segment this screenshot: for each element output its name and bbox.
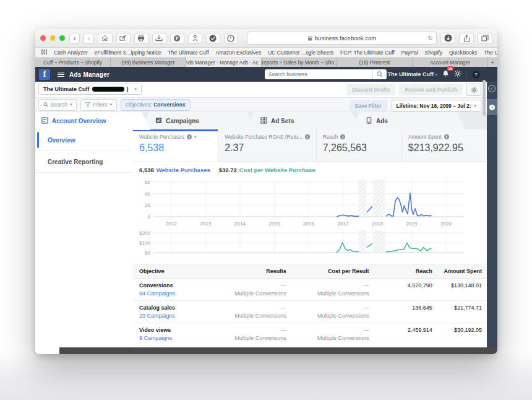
- search-input[interactable]: [265, 71, 372, 77]
- column-header[interactable]: Objective: [133, 264, 228, 279]
- facebook-logo-icon[interactable]: f: [39, 69, 50, 80]
- ad-account-selector[interactable]: The Ultimate Cuff ) ▾: [38, 84, 142, 95]
- minimize-window-button[interactable]: [50, 35, 56, 41]
- browser-tab[interactable]: (18) Pinterest: [337, 58, 413, 67]
- adsets-icon: [260, 117, 267, 125]
- svg-text:20: 20: [145, 202, 150, 208]
- performance-charts: 2012201320142015201620172018201920200204…: [133, 177, 487, 256]
- legend-item[interactable]: $32.72 Cost per Website Purchase: [219, 167, 315, 173]
- save-filter-button[interactable]: Save Filter: [350, 100, 387, 111]
- metric-card[interactable]: Reachi 7,265,563: [316, 129, 401, 162]
- help-button[interactable]: ?: [472, 71, 480, 79]
- bookmark-item[interactable]: Cash Analyzer: [54, 50, 88, 56]
- reload-icon[interactable]: ↻: [428, 35, 433, 41]
- column-header[interactable]: Reach: [388, 264, 437, 279]
- browser-tab[interactable]: (99) Business Manager: [111, 58, 186, 67]
- campaigns-link[interactable]: 9 Campaigns: [139, 335, 223, 341]
- pinterest-icon[interactable]: P: [170, 33, 184, 44]
- account-menu[interactable]: The Ultimate Cuff ▾: [387, 71, 437, 77]
- tab-account-overview[interactable]: Account Overview: [35, 112, 150, 130]
- recent-activity-button[interactable]: [487, 99, 497, 115]
- svg-text:2014: 2014: [234, 221, 246, 227]
- address-bar[interactable]: business.facebook.com ↻: [247, 32, 437, 45]
- table-row[interactable]: Video views9 Campaigns —Multiple Convers…: [133, 323, 487, 346]
- metric-value: 2.37: [225, 142, 310, 154]
- show-tabs-icon[interactable]: [478, 33, 492, 44]
- campaigns-link[interactable]: 84 Campaigns: [139, 290, 223, 297]
- forward-button[interactable]: ›: [84, 33, 94, 44]
- sidebar-item-creative-reporting[interactable]: Creative Reporting: [35, 151, 133, 173]
- bookmark-item[interactable]: The Ultimate Ideas: [484, 50, 497, 56]
- share-icon[interactable]: [459, 33, 474, 44]
- browser-tab[interactable]: Account Manager: [413, 58, 488, 67]
- collapse-chevron-icon[interactable]: ‹: [488, 85, 496, 92]
- bookmarks-grid-icon[interactable]: [41, 50, 47, 56]
- tab-ad-sets[interactable]: Ad Sets: [246, 112, 361, 130]
- table-row[interactable]: Catalog sales29 Campaigns —Multiple Conv…: [133, 301, 487, 323]
- metric-card[interactable]: Website Purchasesi▾ 6,538: [133, 129, 218, 162]
- purchases-chart[interactable]: 2012201320142015201620172018201920200204…: [133, 177, 477, 228]
- reach-value: 2,459,914: [388, 323, 437, 346]
- close-window-button[interactable]: [40, 35, 46, 41]
- url-text: business.facebook.com: [315, 35, 376, 41]
- discard-drafts-button[interactable]: Discard Drafts: [346, 84, 396, 95]
- bookmark-item[interactable]: eFulfillment S...ipping Notice: [95, 50, 161, 56]
- download-progress-icon[interactable]: [440, 33, 455, 44]
- filters-button[interactable]: Filters▾: [80, 99, 117, 111]
- info-icon: i: [187, 134, 192, 139]
- metric-card[interactable]: Amount Spenti $213,922.95: [401, 129, 487, 162]
- date-range-selector[interactable]: Lifetime: Nov 16, 2009 – Jul 2:▾: [392, 100, 481, 111]
- tab-campaigns[interactable]: Campaigns: [140, 112, 255, 130]
- column-header[interactable]: Results: [228, 264, 304, 279]
- results-value: —: [281, 305, 286, 311]
- compose-icon[interactable]: [116, 33, 131, 44]
- cost-chart[interactable]: $0$100$200: [133, 228, 477, 256]
- zoom-window-button[interactable]: [59, 35, 65, 41]
- check-circle-icon[interactable]: [206, 33, 220, 44]
- bookmark-item[interactable]: Amazon Exclusives: [216, 50, 262, 56]
- column-header[interactable]: Amount Spent: [437, 264, 487, 279]
- column-header[interactable]: Cost per Result: [305, 264, 388, 279]
- table-row[interactable]: Conversions84 Campaigns —Multiple Conver…: [133, 279, 487, 301]
- objectives-filter-chip[interactable]: Objectives: Conversions: [121, 99, 191, 111]
- scrollbar-thumb[interactable]: [483, 80, 486, 116]
- legend-item[interactable]: 6,538 Website Purchases: [139, 167, 210, 173]
- search-icon[interactable]: [372, 69, 387, 79]
- menu-icon[interactable]: [58, 72, 64, 77]
- bookmark-item[interactable]: FCP: The Ultimate Cuff: [340, 50, 395, 56]
- print-icon[interactable]: [134, 33, 148, 44]
- sidebar-item-overview[interactable]: Overview: [35, 129, 133, 151]
- notifications-button[interactable]: 99: [442, 69, 449, 80]
- tab-ads[interactable]: Ads: [351, 112, 466, 130]
- level-tabs: Account Overview Campaigns Ad Sets Ads: [35, 112, 497, 130]
- bookmark-item[interactable]: PayPal: [401, 50, 418, 56]
- browser-window: ‹ › P business.facebook.com ↻: [35, 29, 497, 354]
- bookmark-item[interactable]: Shopify: [425, 50, 442, 56]
- metric-cards: Website Purchasesi▾ 6,538 Website Purcha…: [133, 129, 487, 162]
- campaigns-icon: [155, 117, 162, 125]
- bookmark-item[interactable]: UC Customer ...ogle Sheets: [268, 50, 333, 56]
- back-button[interactable]: ‹: [69, 33, 80, 44]
- campaigns-link[interactable]: 29 Campaigns: [139, 313, 223, 319]
- cost-subtext: Multiple Conversions: [310, 313, 369, 319]
- new-tab-button[interactable]: +: [488, 58, 497, 67]
- settings-button[interactable]: [466, 84, 481, 96]
- browser-tab[interactable]: Ads Manager - Manage Ads - Ac...: [186, 58, 262, 67]
- bookmark-item[interactable]: QuickBooks: [449, 50, 477, 56]
- downloads-tray-icon[interactable]: [152, 33, 166, 44]
- svg-text:2013: 2013: [200, 221, 211, 227]
- bookmark-item[interactable]: The Ultimate Cuff: [168, 50, 209, 56]
- review-publish-button[interactable]: Review and Publish: [399, 84, 463, 95]
- home-icon[interactable]: [98, 33, 112, 44]
- settings-gear-icon[interactable]: [454, 69, 461, 80]
- svg-text:2020: 2020: [440, 221, 452, 227]
- browser-tab[interactable]: Cuff ~ Products ~ Shopify: [35, 58, 111, 67]
- metric-card[interactable]: Website Purchase ROAS (Retu...i 2.37: [218, 129, 316, 162]
- search-filter-button[interactable]: Search▾: [38, 99, 77, 111]
- overview-content: Website Purchasesi▾ 6,538 Website Purcha…: [133, 129, 497, 354]
- person-icon[interactable]: [188, 33, 202, 44]
- browser-tab[interactable]: Reports ~ Sales by Month ~ Sho...: [262, 58, 337, 67]
- tab-label: Campaigns: [166, 118, 199, 124]
- browser-tab-bar: Cuff ~ Products ~ Shopify(99) Business M…: [35, 58, 497, 67]
- info-circle-icon[interactable]: [224, 33, 238, 44]
